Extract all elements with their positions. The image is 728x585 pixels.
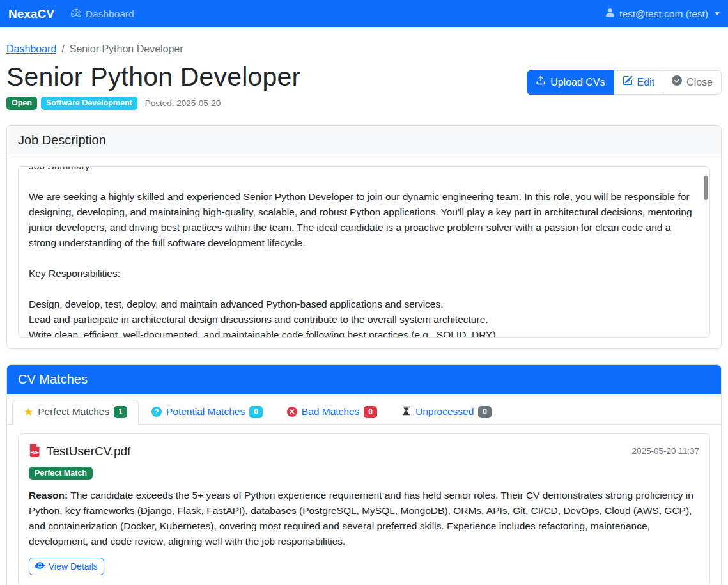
title-block: Senior Python Developer Open Software De… bbox=[6, 61, 300, 110]
question-circle-icon: ? bbox=[151, 407, 162, 417]
desc-summary-heading: Job Summary: bbox=[29, 166, 699, 174]
reason-label: Reason: bbox=[29, 490, 68, 501]
pencil-square-icon bbox=[623, 75, 633, 90]
cv-matches-tab-content: PDF TestUserCV.pdf 2025-05-20 11:37 Perf… bbox=[7, 425, 721, 585]
speedometer-icon bbox=[71, 8, 81, 20]
posted-date-label: Posted: 2025-05-20 bbox=[145, 98, 221, 108]
title-row: Senior Python Developer Open Software De… bbox=[6, 61, 722, 110]
cv-timestamp: 2025-05-20 11:37 bbox=[631, 444, 699, 456]
chevron-down-icon bbox=[715, 12, 720, 15]
status-badge: Open bbox=[6, 97, 37, 110]
top-navbar: NexaCV Dashboard test@test.com (test) bbox=[0, 0, 728, 27]
perfect-matches-count-badge: 1 bbox=[114, 406, 127, 418]
desc-summary-paragraph: We are seeking a highly skilled and expe… bbox=[29, 189, 699, 251]
nav-dashboard-label: Dashboard bbox=[86, 8, 134, 20]
close-job-button[interactable]: Close bbox=[663, 70, 722, 95]
person-icon bbox=[605, 7, 616, 20]
tab-bad-matches-label: Bad Matches bbox=[302, 406, 359, 417]
x-circle-icon: ✕ bbox=[287, 407, 297, 417]
user-menu-dropdown[interactable]: test@test.com (test) bbox=[605, 7, 720, 20]
job-description-scrollbox[interactable]: Job Summary: We are seeking a highly ski… bbox=[18, 166, 710, 338]
tab-bad-matches[interactable]: ✕ Bad Matches 0 bbox=[275, 400, 389, 425]
category-badge: Software Development bbox=[41, 97, 137, 110]
job-description-card: Job Description Job Summary: We are seek… bbox=[6, 125, 722, 349]
job-description-body: Job Summary: We are seeking a highly ski… bbox=[7, 155, 721, 348]
desc-responsibility-line: Write clean, efficient, well-documented,… bbox=[29, 327, 699, 338]
breadcrumb-separator: / bbox=[61, 43, 64, 55]
tab-unprocessed-label: Unprocessed bbox=[415, 406, 474, 417]
tab-unprocessed[interactable]: Unprocessed 0 bbox=[390, 400, 503, 425]
job-description-header: Job Description bbox=[7, 126, 721, 155]
page-title: Senior Python Developer bbox=[6, 61, 300, 92]
nav-dashboard-link[interactable]: Dashboard bbox=[71, 8, 134, 20]
breadcrumb-current: Senior Python Developer bbox=[70, 43, 183, 55]
tab-potential-matches[interactable]: ? Potential Matches 0 bbox=[140, 400, 274, 425]
tab-potential-matches-label: Potential Matches bbox=[166, 406, 245, 417]
tab-perfect-matches[interactable]: ★ Perfect Matches 1 bbox=[12, 400, 139, 425]
reason-text: The candidate exceeds the 5+ years of Py… bbox=[29, 490, 693, 547]
potential-matches-count-badge: 0 bbox=[249, 406, 263, 418]
match-result-badge: Perfect Match bbox=[29, 467, 93, 480]
description-scrollbar[interactable] bbox=[704, 176, 708, 200]
cv-file-info: PDF TestUserCV.pdf bbox=[29, 444, 130, 460]
eye-icon bbox=[35, 561, 45, 572]
pdf-file-icon: PDF bbox=[29, 444, 41, 460]
cv-item-header: PDF TestUserCV.pdf 2025-05-20 11:37 bbox=[29, 444, 699, 460]
user-email-label: test@test.com (test) bbox=[619, 8, 708, 20]
view-details-label: View Details bbox=[49, 561, 98, 572]
close-label: Close bbox=[686, 75, 713, 90]
brand-logo[interactable]: NexaCV bbox=[8, 7, 54, 21]
cv-match-item: PDF TestUserCV.pdf 2025-05-20 11:37 Perf… bbox=[18, 433, 710, 585]
breadcrumb-dashboard-link[interactable]: Dashboard bbox=[6, 43, 56, 55]
breadcrumb: Dashboard / Senior Python Developer bbox=[6, 43, 722, 55]
star-icon: ★ bbox=[24, 407, 33, 417]
cv-matches-card: CV Matches ★ Perfect Matches 1 ? Potenti… bbox=[6, 364, 722, 585]
view-details-button[interactable]: View Details bbox=[29, 558, 104, 575]
check-circle-icon bbox=[672, 75, 682, 90]
desc-responsibility-line: Lead and participate in architectural de… bbox=[29, 312, 699, 327]
edit-button[interactable]: Edit bbox=[614, 70, 664, 95]
cv-matches-header: CV Matches bbox=[7, 365, 721, 394]
job-meta-row: Open Software Development Posted: 2025-0… bbox=[6, 97, 300, 110]
hourglass-icon bbox=[401, 406, 411, 418]
job-actions-group: Upload CVs Edit Close bbox=[527, 70, 722, 95]
cv-matches-tabs: ★ Perfect Matches 1 ? Potential Matches … bbox=[7, 394, 721, 425]
match-reason-paragraph: Reason: The candidate exceeds the 5+ yea… bbox=[29, 488, 699, 549]
cv-filename: TestUserCV.pdf bbox=[47, 444, 130, 458]
upload-cvs-label: Upload CVs bbox=[550, 75, 605, 90]
desc-responsibility-line: Design, develop, test, deploy, and maint… bbox=[29, 297, 699, 312]
svg-text:PDF: PDF bbox=[31, 450, 39, 455]
upload-cvs-button[interactable]: Upload CVs bbox=[527, 70, 614, 95]
unprocessed-count-badge: 0 bbox=[478, 406, 492, 418]
desc-responsibilities-heading: Key Responsibilities: bbox=[29, 266, 699, 281]
edit-label: Edit bbox=[637, 75, 655, 90]
tab-perfect-matches-label: Perfect Matches bbox=[38, 406, 109, 417]
bad-matches-count-badge: 0 bbox=[364, 406, 377, 418]
upload-icon bbox=[536, 75, 546, 90]
